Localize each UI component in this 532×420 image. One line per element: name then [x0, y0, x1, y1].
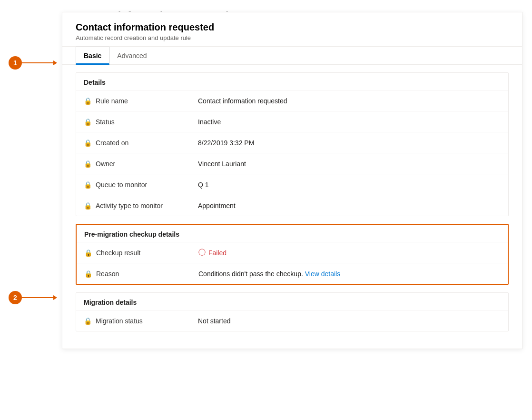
arrow-head [53, 60, 57, 65]
panel-body: Details 🔒 Rule name Contact information … [62, 65, 522, 349]
field-label-activity-type: 🔒 Activity type to monitor [84, 202, 198, 210]
error-icon: ⓘ [198, 248, 206, 257]
lock-icon: 🔒 [84, 181, 92, 189]
table-row: 🔒 Queue to monitor Q 1 [76, 174, 508, 195]
lock-icon: 🔒 [84, 118, 92, 126]
page-wrapper: Contact information requested Automatic … [0, 0, 532, 420]
table-row: 🔒 Migration status Not started [76, 310, 508, 331]
migration-section-heading: Migration details [76, 293, 508, 310]
lock-icon: 🔒 [84, 139, 92, 147]
tabs-row: Basic Advanced [62, 47, 522, 65]
lock-icon: 🔒 [84, 270, 92, 278]
lock-icon: 🔒 [84, 97, 92, 105]
annotation-2-circle: 2 [9, 291, 22, 304]
table-row: 🔒 Activity type to monitor Appointment [76, 195, 508, 216]
field-label-created-on: 🔒 Created on [84, 139, 198, 147]
field-label-checkup-result: 🔒 Checkup result [84, 249, 198, 257]
field-label-owner: 🔒 Owner [84, 160, 198, 168]
field-label-queue: 🔒 Queue to monitor [84, 181, 198, 189]
field-value-owner: Vincent Lauriant [198, 160, 501, 168]
lock-icon: 🔒 [84, 202, 92, 210]
annotation-1-group: 1 [9, 60, 57, 65]
field-value-rule-name: Contact information requested [198, 97, 501, 105]
main-panel: Contact information requested Automatic … [62, 12, 522, 349]
table-row: 🔒 Created on 8/22/2019 3:32 PM [76, 132, 508, 153]
field-value-status: Inactive [198, 118, 501, 126]
field-value-reason: Conditions didn't pass the checkup. View… [198, 270, 500, 278]
details-section-heading: Details [76, 73, 508, 90]
lock-icon: 🔒 [84, 160, 92, 168]
field-label-reason: 🔒 Reason [84, 270, 198, 278]
table-row: 🔒 Status Inactive [76, 111, 508, 132]
view-details-link[interactable]: View details [305, 270, 340, 278]
table-row: 🔒 Checkup result ⓘ Failed [77, 242, 508, 263]
field-value-activity-type: Appointment [198, 202, 501, 210]
panel-title: Contact information requested [76, 22, 509, 33]
field-label-migration-status: 🔒 Migration status [84, 317, 198, 325]
table-row: 🔒 Owner Vincent Lauriant [76, 153, 508, 174]
table-row: 🔒 Reason Conditions didn't pass the chec… [77, 263, 508, 284]
tab-advanced[interactable]: Advanced [109, 47, 154, 65]
panel-header: Contact information requested Automatic … [62, 12, 522, 47]
field-value-queue: Q 1 [198, 181, 501, 189]
field-label-rule-name: 🔒 Rule name [84, 97, 198, 105]
field-value-created-on: 8/22/2019 3:32 PM [198, 139, 501, 147]
premigration-section-heading: Pre-migration checkup details [77, 225, 508, 242]
details-section: Details 🔒 Rule name Contact information … [76, 72, 509, 216]
field-value-migration-status: Not started [198, 317, 501, 325]
lock-icon: 🔒 [84, 249, 92, 257]
annotation-2-group: 2 [9, 295, 57, 300]
annotation-1-circle: 1 [9, 56, 22, 70]
panel-subtitle: Automatic record creation and update rul… [76, 34, 509, 41]
lock-icon: 🔒 [84, 317, 92, 325]
field-value-checkup-result: ⓘ Failed [198, 248, 500, 257]
premigration-section: Pre-migration checkup details 🔒 Checkup … [76, 224, 509, 285]
tab-basic[interactable]: Basic [76, 47, 109, 65]
arrow-head [53, 295, 57, 300]
field-label-status: 🔒 Status [84, 118, 198, 126]
migration-section: Migration details 🔒 Migration status Not… [76, 292, 509, 331]
table-row: 🔒 Rule name Contact information requeste… [76, 90, 508, 111]
